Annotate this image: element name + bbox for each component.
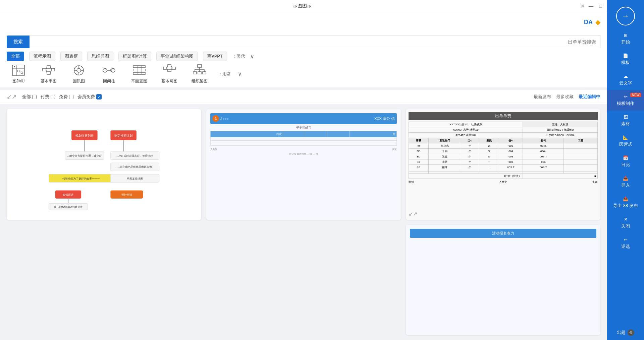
svg-point-43 <box>14 66 15 67</box>
sidebar-item-moban[interactable]: 📄 模板 <box>607 49 644 70</box>
svg-text:给业务方提前沟通，减少后...: 给业务方提前沟通，减少后... <box>67 154 102 157</box>
free-check[interactable] <box>69 95 73 99</box>
svg-rect-35 <box>51 68 55 71</box>
sidebar-label-ribi: 日比 <box>621 162 630 168</box>
all-check[interactable] <box>32 95 37 99</box>
logout-icon: ⊖ <box>628 329 634 336</box>
sidebar-item-nixuan[interactable]: ↩ 逆选 <box>607 233 644 254</box>
sidebar-item-minshi[interactable]: 📐 民营式 <box>607 131 644 151</box>
logo-diamond-icon: ◆ <box>595 18 600 26</box>
free-checkbox[interactable]: 免费 <box>59 94 73 100</box>
expand-icon[interactable]: ↗↙ <box>409 211 417 217</box>
usage-chevron[interactable]: ∨ <box>238 71 242 77</box>
svg-rect-18 <box>133 69 145 71</box>
sort-popular[interactable]: 最多收藏 <box>556 94 574 100</box>
window-minimize[interactable]: — <box>588 3 593 9</box>
sidebar-label-guanbi: 关闭 <box>621 223 630 229</box>
category-kuangjia[interactable]: 框架图\\计算 <box>118 52 151 61</box>
sort-buttons: 最近编辑中 最多收藏 最新发布 <box>534 94 600 100</box>
svg-point-44 <box>17 70 19 72</box>
right-sidebar: → ⊞ 开始 📄 模板 ☁ 云文字 NEW ✏ 模板制作 🖼 素材 📐 民营式 … <box>607 0 644 340</box>
start-icon: ⊞ <box>624 33 628 38</box>
svg-rect-19 <box>133 72 145 74</box>
sidebar-item-template-make[interactable]: NEW ✏ 模板制作 <box>607 90 644 111</box>
sidebar-item-yunwenzi[interactable]: ☁ 云文字 <box>607 70 644 90</box>
diagram-type-pingmian[interactable]: 平面置图 <box>127 64 151 84</box>
svg-text:设计审稿: 设计审稿 <box>121 193 132 196</box>
card-preview-mindmap: 规划任务列表 制定排期计划 给业务方提前沟通，减少后... VB 后对方回来后，… <box>7 109 201 220</box>
svg-text:VB 后对方回来后，整理流程...: VB 后对方回来后，整理流程... <box>117 154 153 157</box>
sidebar-arrow-button[interactable]: → <box>616 7 635 25</box>
search-button[interactable]: 搜索 <box>7 36 30 48</box>
edit-icon: ✏ <box>624 94 628 99</box>
sidebar-label-moban: 模板 <box>621 60 630 66</box>
logo-bar: ◆ DA <box>0 12 607 32</box>
design-icon: 📐 <box>623 135 628 140</box>
window-close[interactable]: ✕ <box>579 3 585 9</box>
sidebar-label-nixuan: 逆选 <box>621 244 630 250</box>
sidebar-item-daoru[interactable]: 📥 导入 <box>607 172 644 192</box>
member-free-checkbox[interactable]: ✓ 会员免费 <box>77 94 102 100</box>
svg-text:客情跟进: 客情跟进 <box>63 193 73 196</box>
sidebar-item-sucai[interactable]: 🖼 素材 <box>607 111 644 131</box>
flow-icon2 <box>41 64 57 77</box>
all-label: 全部 <box>22 94 31 100</box>
expand-arrows[interactable]: ↗↙ <box>7 93 17 100</box>
card-report[interactable]: XXX 票公 信 ○○○ J 头 举承出品气 月 以次 <box>206 109 401 220</box>
diagram-type-zuzhijiagou[interactable]: 组织架图 <box>188 64 211 84</box>
category-liuchengtu[interactable]: 流程示图 <box>29 52 55 61</box>
diagram-type-basic-network[interactable]: 基本网图 <box>158 64 181 84</box>
category-siweidaotu[interactable]: 思维导图 <box>87 52 113 61</box>
svg-text:先完成产品优化需求再去做...: 先完成产品优化需求再去做... <box>118 165 152 168</box>
export-icon: 📤 <box>623 196 628 201</box>
logout-button[interactable]: 出题 ⊖ <box>607 325 644 340</box>
search-area: 搜索 <box>0 32 607 48</box>
category-tubiaokuang[interactable]: 图表框 <box>60 52 82 61</box>
svg-rect-32 <box>43 68 46 71</box>
search-input[interactable] <box>30 36 600 48</box>
svg-text:代替他们为了更好的效率一一一: 代替他们为了更好的效率一一一 <box>62 177 100 180</box>
member-check-icon: ✓ <box>96 94 102 99</box>
org-chart-label: 组织架图 <box>192 78 208 84</box>
sidebar-label-yunwenzi: 云文字 <box>619 80 632 86</box>
category-all[interactable]: 全部 <box>7 52 24 61</box>
svg-point-27 <box>77 68 81 72</box>
sort-recent-edit[interactable]: 最近编辑中 <box>579 94 600 100</box>
svg-line-37 <box>46 70 47 73</box>
diagram-type-jianliucheng[interactable]: 回问往 <box>97 64 121 84</box>
svg-rect-2 <box>198 72 201 74</box>
basic-network-label: 基本网图 <box>161 78 177 84</box>
usage-label: 用常： <box>218 71 231 77</box>
svg-rect-12 <box>172 67 175 69</box>
svg-rect-0 <box>198 65 202 67</box>
card-table[interactable]: 出单单费 三述：人材源 XXTOO出品XX ：社热发源 日目B期0S0：祝缓解U… <box>406 109 600 220</box>
sidebar-item-ribi[interactable]: 📅 日比 <box>607 151 644 172</box>
simple-flow-label: 回问往 <box>103 78 115 84</box>
diagram-type-jianliucheng2[interactable]: 基本串图 <box>37 64 60 84</box>
diagram-type-umj[interactable]: 图JMU <box>7 64 30 84</box>
card-mindmap[interactable]: 规划任务列表 制定排期计划 给业务方提前沟通，减少后... VB 后对方回来后，… <box>7 109 201 220</box>
cloud-icon: ☁ <box>624 74 628 79</box>
sidebar-item-guanbi[interactable]: ✕ 关闭 <box>607 213 644 233</box>
sort-latest[interactable]: 最新发布 <box>534 94 551 100</box>
category-zuzhijiagou[interactable]: 事业\\组织架构图 <box>156 52 198 61</box>
svg-text:后一次对话以后来沟通 等候: 后一次对话以后来沟通 等候 <box>54 206 83 208</box>
card-bottom[interactable]: 活动报名表力 <box>406 225 600 335</box>
paid-checkbox[interactable]: 付费 <box>41 94 55 100</box>
sidebar-item-daochu[interactable]: 📤 导出 88 发布 <box>607 192 644 213</box>
category-chevron[interactable]: ∨ <box>250 53 254 60</box>
category-ppt[interactable]: 商\\PPT <box>203 52 227 61</box>
import-icon: 📥 <box>623 176 628 181</box>
undo-icon: ↩ <box>624 237 628 242</box>
window-maximize[interactable]: □ <box>597 3 602 9</box>
sidebar-item-kaishi[interactable]: ⊞ 开始 <box>607 29 644 49</box>
all-checkbox[interactable]: 全部 <box>22 94 37 100</box>
diagram-type-yuan[interactable]: 圆讯图 <box>67 64 91 84</box>
svg-rect-1 <box>193 72 197 74</box>
logout-label: 出题 <box>617 330 626 336</box>
sidebar-label-minshi: 民营式 <box>619 141 632 147</box>
calendar-icon: 📅 <box>623 155 628 160</box>
paid-check[interactable] <box>51 95 55 99</box>
umj-icon <box>10 64 26 77</box>
svg-rect-17 <box>133 66 145 68</box>
